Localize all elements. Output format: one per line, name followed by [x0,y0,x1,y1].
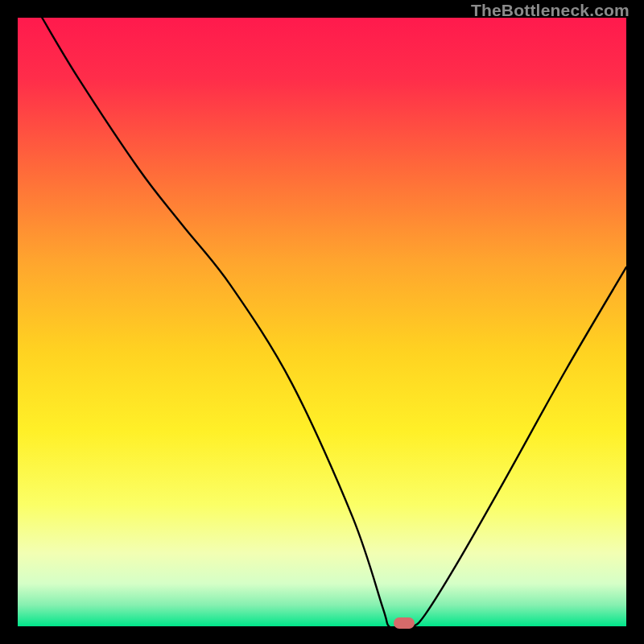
plot-area [18,18,626,626]
watermark-text: TheBottleneck.com [471,2,630,19]
gradient-background [18,18,626,626]
optimal-point-marker [394,617,415,629]
chart-frame: TheBottleneck.com [0,0,644,644]
